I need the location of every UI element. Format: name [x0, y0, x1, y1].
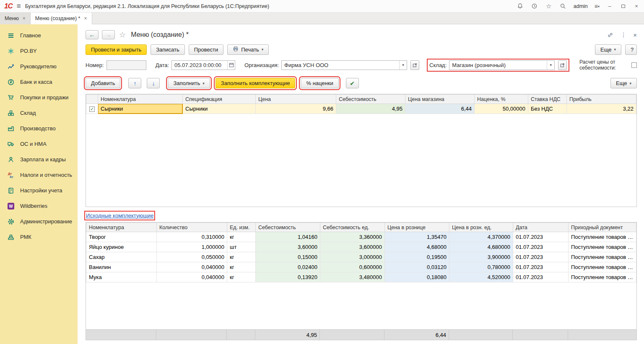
table-row[interactable]: Ванилин 0,040000 кг 0,02400 0,600000 0,0…	[86, 262, 636, 272]
col-header-markup[interactable]: Наценка, %	[475, 95, 528, 104]
number-input[interactable]	[106, 60, 146, 70]
cell-retail-price[interactable]: 1,35470	[385, 232, 449, 242]
tab-menu[interactable]: Меню ×	[0, 13, 31, 24]
cell-quantity[interactable]: 0,050000	[157, 252, 227, 262]
col-header-unit[interactable]: Ед. изм.	[227, 223, 256, 232]
cell-date[interactable]: 01.07.2023	[513, 262, 569, 272]
post-button[interactable]: Провести	[189, 44, 224, 55]
cell-nomenclature[interactable]: Творог	[86, 232, 157, 242]
tab-close-icon[interactable]: ×	[84, 16, 87, 21]
col-header-date[interactable]: Дата	[513, 223, 569, 232]
col-header-retail-unit-price[interactable]: Цена в розн. ед.	[449, 223, 513, 232]
cell-retail-unit-price[interactable]: 3,900000	[449, 252, 513, 262]
col-header-cost[interactable]: Себестоимость	[336, 95, 405, 104]
warehouse-combo[interactable]: Магазин (розничный) ▾	[449, 60, 555, 70]
more-button[interactable]: Еще ▾	[595, 44, 621, 55]
help-button[interactable]: ?	[625, 44, 637, 55]
table-row[interactable]: Сахар 0,050000 кг 0,15000 3,000000 0,195…	[86, 252, 636, 262]
tab-close-icon[interactable]: ×	[23, 16, 26, 21]
cell-retail-unit-price[interactable]: 4,370000	[449, 232, 513, 242]
cell-cost[interactable]: 0,02400	[256, 262, 320, 272]
col-header-specification[interactable]: Спецификация	[183, 95, 256, 104]
calendar-icon[interactable]	[227, 61, 235, 70]
maximize-button[interactable]	[620, 3, 626, 9]
sidebar-item-nastroyki-ucheta[interactable]: Настройки учета	[0, 183, 78, 198]
cell-markup[interactable]: 50,00000	[475, 104, 528, 114]
cell-nomenclature[interactable]: Сырники	[98, 104, 183, 114]
apply-button[interactable]: ✔	[346, 78, 359, 88]
col-header-price[interactable]: Цена	[256, 95, 336, 104]
cell-unit-cost[interactable]: 3,600000	[320, 242, 385, 252]
sidebar-item-proizvodstvo[interactable]: Производство	[0, 121, 78, 136]
favorites-star-icon[interactable]: ☆	[545, 3, 553, 10]
cell-date[interactable]: 01.07.2023	[513, 232, 569, 242]
cell-unit-cost[interactable]: 3,360000	[320, 232, 385, 242]
cell-retail-unit-price[interactable]: 4,680000	[449, 242, 513, 252]
favorite-star-icon[interactable]: ☆	[119, 30, 126, 39]
table-more-button[interactable]: Еще ▾	[610, 78, 637, 88]
cell-unit[interactable]: кг	[227, 272, 256, 282]
col-header-nomenclature[interactable]: Номенклатура	[98, 95, 183, 104]
cell-price[interactable]: 9,66	[256, 104, 336, 114]
search-icon[interactable]	[559, 3, 567, 10]
open-warehouse-icon[interactable]	[558, 60, 567, 70]
close-window-button[interactable]: ×	[633, 3, 640, 9]
main-menu-icon[interactable]: ≡	[17, 3, 21, 10]
row-checkbox[interactable]: ✓	[89, 106, 95, 112]
sidebar-item-pokupki-prodazhi[interactable]: Покупки и продажи	[0, 90, 78, 105]
tab-menu-creation[interactable]: Меню (создание) * ×	[31, 13, 92, 24]
cell-unit[interactable]: кг	[227, 262, 256, 272]
print-button[interactable]: Печать ▾	[227, 44, 269, 55]
forward-button[interactable]: →	[102, 30, 115, 39]
sidebar-item-poby[interactable]: PO.BY	[0, 43, 78, 59]
cell-retail-unit-price[interactable]: 4,520000	[449, 272, 513, 282]
sidebar-item-bank-kassa[interactable]: ₽ Банк и касса	[0, 74, 78, 90]
col-header-receipt-doc[interactable]: Приходный документ	[569, 223, 636, 232]
sidebar-item-nalogi-otchetnost[interactable]: ДтКт Налоги и отчетность	[0, 167, 78, 183]
col-header-retail-price[interactable]: Цена в рознице	[385, 223, 449, 232]
cell-retail-price[interactable]: 4,68000	[385, 242, 449, 252]
cell-unit-cost[interactable]: 3,480000	[320, 272, 385, 282]
cell-unit[interactable]: кг	[227, 252, 256, 262]
sidebar-item-glavnoe[interactable]: Главное	[0, 28, 78, 43]
col-header-cost[interactable]: Себестоимость	[256, 223, 320, 232]
history-icon[interactable]	[531, 3, 538, 10]
col-header-quantity[interactable]: Количество	[157, 223, 227, 232]
col-header-profit[interactable]: Прибыль	[567, 95, 636, 104]
source-components-link[interactable]: Исходные комплектующие	[86, 212, 153, 219]
cell-quantity[interactable]: 0,040000	[157, 272, 227, 282]
sidebar-item-zarplata-kadry[interactable]: Зарплата и кадры	[0, 152, 78, 167]
fill-button[interactable]: Заполнить ▾	[168, 78, 210, 88]
cell-date[interactable]: 01.07.2023	[513, 252, 569, 262]
cell-receipt-doc[interactable]: Поступление товаров и...	[569, 262, 636, 272]
cell-nomenclature[interactable]: Ванилин	[86, 262, 157, 272]
cell-nomenclature[interactable]: Сахар	[86, 252, 157, 262]
col-header-nomenclature[interactable]: Номенклатура	[86, 223, 157, 232]
add-button[interactable]: Добавить	[86, 78, 120, 88]
cell-receipt-doc[interactable]: Поступление товаров и...	[569, 232, 636, 242]
cell-receipt-doc[interactable]: Поступление товаров и...	[569, 242, 636, 252]
cell-vat[interactable]: Без НДС	[528, 104, 567, 114]
sidebar-item-rukovoditelyu[interactable]: Руководителю	[0, 59, 78, 74]
cell-receipt-doc[interactable]: Поступление товаров и...	[569, 272, 636, 282]
fill-components-button[interactable]: Заполнить комплектующие	[216, 78, 296, 88]
cell-store-price[interactable]: 6,44	[405, 104, 475, 114]
cell-unit[interactable]: шт	[227, 242, 256, 252]
table-row[interactable]: Мука 0,040000 кг 0,13920 3,480000 0,1808…	[86, 272, 636, 282]
chevron-down-icon[interactable]: ▾	[547, 61, 554, 70]
cell-cost[interactable]: 3,60000	[256, 242, 320, 252]
table-row[interactable]: ✓ Сырники Сырники 9,66 4,95 6,44 50,0000…	[86, 104, 636, 114]
cell-nomenclature[interactable]: Мука	[86, 272, 157, 282]
sidebar-item-rmk[interactable]: РМК	[0, 229, 78, 245]
cell-profit[interactable]: 3,22	[567, 104, 636, 114]
cell-retail-unit-price[interactable]: 0,780000	[449, 262, 513, 272]
service-menu-icon[interactable]: ≡▾	[595, 3, 600, 10]
cell-cost[interactable]: 4,95	[336, 104, 405, 114]
organization-combo[interactable]: Фирма УСН ООО ▾	[281, 60, 407, 70]
close-document-icon[interactable]: ×	[633, 31, 637, 39]
cell-date[interactable]: 01.07.2023	[513, 272, 569, 282]
open-organization-icon[interactable]	[410, 60, 419, 70]
col-header-unit-cost[interactable]: Себестоимость ед.	[320, 223, 385, 232]
notifications-bell-icon[interactable]	[517, 3, 524, 10]
save-button[interactable]: Записать	[151, 44, 185, 55]
